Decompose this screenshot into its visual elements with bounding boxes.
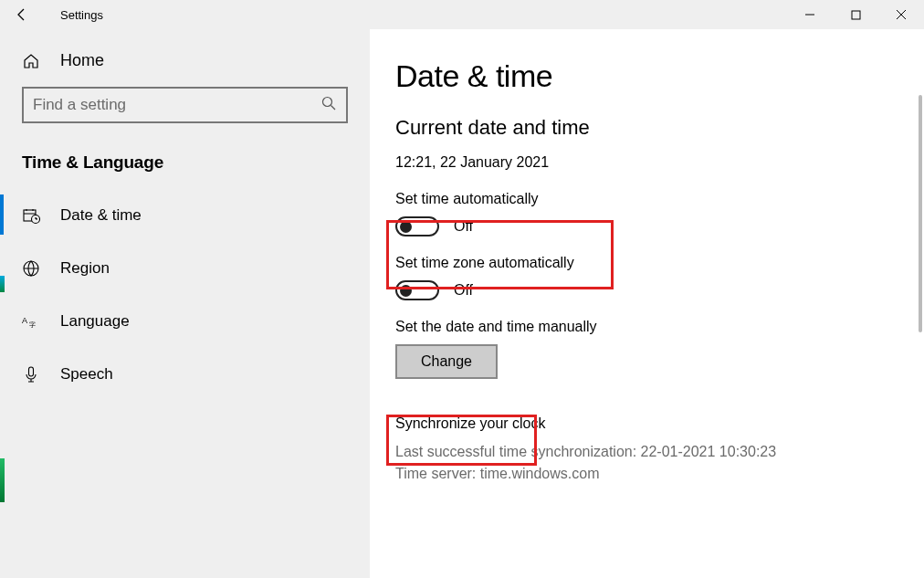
nav-label: Speech [60, 365, 113, 384]
globe-icon [22, 259, 40, 278]
minimize-button[interactable] [787, 0, 833, 29]
toggle-set-time-auto[interactable] [395, 216, 439, 236]
search-icon [320, 95, 337, 115]
nav-label: Language [60, 312, 130, 331]
set-time-auto-label: Set time automatically [395, 191, 924, 207]
nav-date-time[interactable]: Date & time [0, 189, 370, 242]
titlebar: Settings [0, 0, 924, 29]
set-tz-auto-label: Set time zone automatically [395, 255, 924, 271]
language-icon: A字 [22, 312, 40, 331]
close-button[interactable] [878, 0, 924, 29]
maximize-button[interactable] [833, 0, 878, 29]
search-wrap: Find a setting [22, 87, 348, 123]
nav-region[interactable]: Region [0, 242, 370, 295]
sync-heading: Synchronize your clock [395, 415, 924, 432]
search-input[interactable]: Find a setting [22, 87, 348, 123]
decorative-stripe [0, 458, 5, 502]
window-title: Settings [60, 8, 103, 22]
search-placeholder: Find a setting [33, 96, 320, 114]
back-button[interactable] [15, 7, 44, 22]
window-controls [787, 0, 924, 29]
section-current: Current date and time [395, 116, 924, 140]
toggle-set-tz-auto[interactable] [395, 280, 439, 300]
svg-rect-0 [852, 11, 860, 19]
current-datetime-value: 12:21, 22 January 2021 [395, 154, 924, 171]
set-tz-auto-toggle-row: Off [395, 280, 924, 300]
toggle-knob [400, 221, 412, 233]
category-title: Time & Language [0, 140, 370, 189]
nav-label: Date & time [60, 206, 142, 225]
nav-speech[interactable]: Speech [0, 348, 370, 401]
calendar-clock-icon [22, 206, 40, 225]
sync-last: Last successful time synchronization: 22… [395, 441, 924, 463]
home-label: Home [60, 51, 104, 70]
svg-point-1 [323, 98, 332, 107]
svg-rect-7 [29, 367, 34, 376]
page-title: Date & time [395, 58, 924, 94]
svg-text:A: A [22, 316, 28, 325]
sync-server: Time server: time.windows.com [395, 463, 924, 485]
toggle-state: Off [454, 218, 473, 235]
change-button[interactable]: Change [395, 344, 498, 379]
nav-home[interactable]: Home [0, 29, 370, 87]
nav-language[interactable]: A字 Language [0, 295, 370, 348]
svg-text:字: 字 [29, 321, 36, 329]
main-panel: Date & time Current date and time 12:21,… [370, 29, 924, 578]
scrollbar[interactable] [919, 95, 922, 332]
content-area: Home Find a setting Time & Language Date… [0, 29, 924, 578]
microphone-icon [22, 365, 40, 384]
change-button-label: Change [421, 353, 472, 370]
toggle-knob [400, 285, 412, 297]
sidebar: Home Find a setting Time & Language Date… [0, 29, 370, 578]
nav-label: Region [60, 259, 110, 278]
set-time-auto-toggle-row: Off [395, 216, 924, 236]
manual-label: Set the date and time manually [395, 319, 924, 335]
home-icon [22, 52, 40, 70]
toggle-state: Off [454, 282, 473, 299]
